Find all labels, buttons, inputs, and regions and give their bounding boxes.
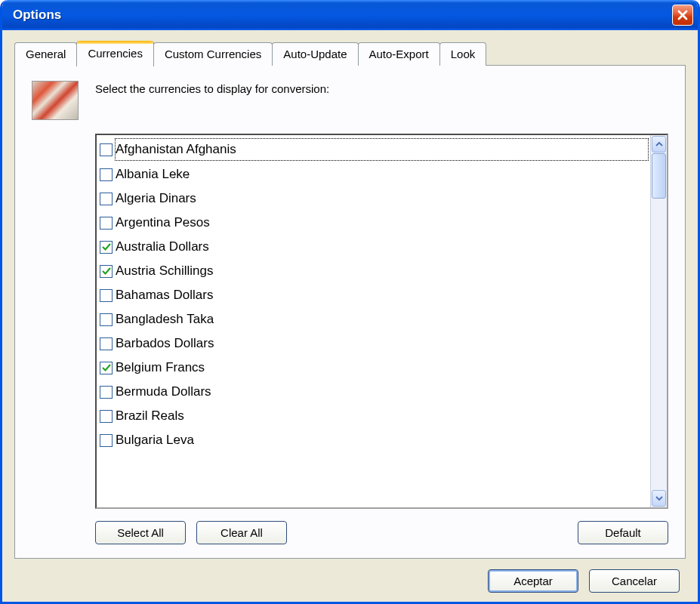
- checkbox[interactable]: [100, 362, 113, 374]
- checkbox[interactable]: [100, 241, 113, 254]
- list-item-label: Australia Dollars: [116, 236, 209, 257]
- list-item-label: Austria Schillings: [116, 260, 213, 282]
- list-item[interactable]: Austria Schillings: [98, 259, 649, 283]
- list-item[interactable]: Bahamas Dollars: [98, 283, 649, 307]
- tab-general[interactable]: General: [14, 42, 77, 66]
- tab-panel: Select the currencies to display for con…: [14, 65, 686, 559]
- checkbox[interactable]: [100, 143, 113, 156]
- list-item-label: Argentina Pesos: [116, 212, 210, 233]
- select-all-button[interactable]: Select All: [95, 521, 186, 544]
- list-item-label: Algeria Dinars: [116, 188, 196, 209]
- list-item[interactable]: Algeria Dinars: [98, 186, 649, 211]
- list-item[interactable]: Belgium Francs: [98, 356, 649, 380]
- checkbox[interactable]: [100, 386, 113, 399]
- window-title: Options: [13, 8, 61, 23]
- chevron-up-icon: [655, 140, 663, 148]
- checkbox[interactable]: [100, 193, 113, 205]
- currency-listbox: Afghanistan Afghanis Albania Leke Algeri…: [95, 134, 668, 509]
- list-buttons: Select All Clear All Default: [95, 521, 668, 544]
- list-item[interactable]: Brazil Reals: [98, 404, 649, 428]
- tab-custom-currencies[interactable]: Custom Currencies: [153, 42, 273, 66]
- checkbox[interactable]: [100, 168, 113, 181]
- list-item[interactable]: Bermuda Dollars: [98, 380, 649, 404]
- scroll-up-button[interactable]: [652, 136, 666, 153]
- tab-auto-update[interactable]: Auto-Update: [272, 42, 358, 66]
- scroll-track[interactable]: [651, 153, 667, 489]
- list-item[interactable]: Barbados Dollars: [98, 331, 649, 356]
- list-item-label: Bermuda Dollars: [116, 381, 211, 402]
- close-icon: [677, 9, 689, 21]
- checkbox[interactable]: [100, 217, 113, 230]
- checkbox[interactable]: [100, 289, 113, 302]
- list-item-label: Bahamas Dollars: [116, 285, 213, 306]
- scroll-thumb[interactable]: [652, 153, 666, 199]
- spacer: [298, 521, 567, 544]
- client-area: General Currencies Custom Currencies Aut…: [2, 30, 698, 602]
- checkbox[interactable]: [100, 313, 113, 326]
- clear-all-button[interactable]: Clear All: [196, 521, 287, 544]
- tab-currencies[interactable]: Currencies: [76, 41, 154, 66]
- thumbnail-image: [32, 81, 79, 120]
- list-item[interactable]: Argentina Pesos: [98, 211, 649, 235]
- checkbox[interactable]: [100, 434, 113, 447]
- list-item-label: Afghanistan Afghanis: [115, 138, 649, 161]
- tab-look[interactable]: Look: [439, 42, 487, 66]
- dialog-buttons: Aceptar Cancelar: [14, 559, 686, 593]
- scrollbar: [650, 135, 667, 507]
- list-item[interactable]: Bangladesh Taka: [98, 307, 649, 331]
- list-item[interactable]: Australia Dollars: [98, 235, 649, 259]
- list-item-label: Bangladesh Taka: [116, 309, 214, 330]
- list-item-label: Belgium Francs: [116, 357, 205, 378]
- instruction-row: Select the currencies to display for con…: [32, 81, 668, 120]
- tab-strip: General Currencies Custom Currencies Aut…: [14, 41, 686, 66]
- close-button[interactable]: [672, 5, 693, 26]
- tab-auto-export[interactable]: Auto-Export: [358, 42, 440, 66]
- scroll-down-button[interactable]: [652, 490, 666, 507]
- list-item-label: Albania Leke: [116, 164, 190, 185]
- default-button[interactable]: Default: [578, 521, 668, 544]
- list-item-label: Barbados Dollars: [116, 333, 214, 354]
- list-item[interactable]: Bulgaria Leva: [98, 428, 649, 452]
- options-window: Options General Currencies Custom Curren…: [0, 0, 700, 604]
- list-item[interactable]: Albania Leke: [98, 162, 649, 186]
- currency-list[interactable]: Afghanistan Afghanis Albania Leke Algeri…: [97, 135, 650, 507]
- cancel-button[interactable]: Cancelar: [589, 569, 680, 593]
- list-item[interactable]: Afghanistan Afghanis: [98, 137, 649, 162]
- list-item-label: Brazil Reals: [116, 405, 184, 427]
- instruction-label: Select the currencies to display for con…: [95, 81, 329, 95]
- checkbox[interactable]: [100, 410, 113, 423]
- accept-button[interactable]: Aceptar: [488, 569, 578, 593]
- chevron-down-icon: [655, 495, 663, 502]
- titlebar[interactable]: Options: [2, 0, 698, 30]
- checkbox[interactable]: [100, 337, 113, 350]
- list-item-label: Bulgaria Leva: [116, 430, 194, 451]
- checkbox[interactable]: [100, 265, 113, 278]
